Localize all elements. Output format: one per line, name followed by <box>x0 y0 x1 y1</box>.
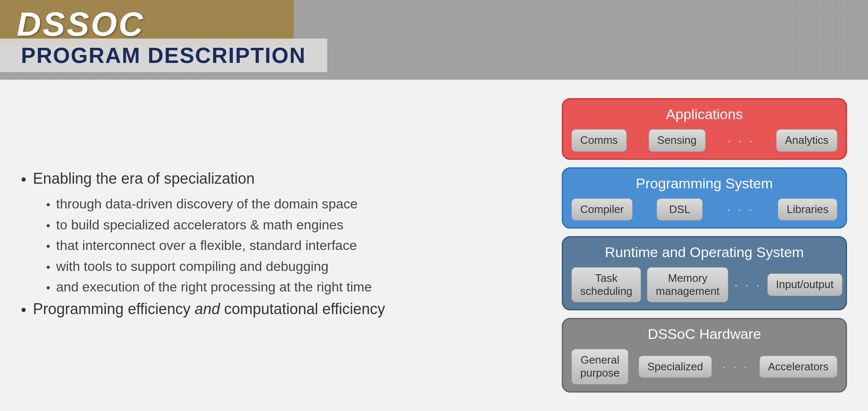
bullet-sub-5: • and execution of the right processing … <box>21 278 528 296</box>
bullet-main-2: • Programming efficiency and computation… <box>21 299 528 320</box>
runtime-title: Runtime and Operating System <box>571 244 837 260</box>
prog-item-dsl: DSL <box>657 198 703 221</box>
bullet-sub-1: • through data-driven discovery of the d… <box>21 195 528 213</box>
programming-title: Programming System <box>571 175 837 192</box>
bullet-sub-4: • with tools to support compiling and de… <box>21 258 528 276</box>
header: DSSOC PROGRAM DESCRIPTION <box>0 0 868 80</box>
hardware-items: Generalpurpose Specialized · · · Acceler… <box>571 349 837 384</box>
applications-title: Applications <box>571 106 837 122</box>
hw-item-specialized: Specialized <box>639 356 712 378</box>
bullet-sub-dot-4: • <box>46 260 50 275</box>
diagram-section: Applications Comms Sensing · · · Analyti… <box>562 96 847 394</box>
bullet-dot-2: • <box>21 300 26 320</box>
runtime-items: Taskscheduling Memorymanagement · · · In… <box>571 267 837 302</box>
bullet-sub-3: • that interconnect over a flexible, sta… <box>21 237 528 255</box>
prog-item-libraries: Libraries <box>778 198 837 221</box>
header-title: DSSOC <box>17 5 145 44</box>
app-item-comms: Comms <box>571 129 627 151</box>
bullet-main-2-text: Programming efficiency and computational… <box>33 299 385 319</box>
bullet-sub-dot-1: • <box>46 197 50 212</box>
bullet-sub-3-text: that interconnect over a flexible, stand… <box>56 237 357 255</box>
bullet-sub-dot-2: • <box>46 218 50 233</box>
app-dots: · · · <box>727 133 754 148</box>
runtime-item-memory-management: Memorymanagement <box>647 267 728 302</box>
header-subtitle-bar: PROGRAM DESCRIPTION <box>0 39 327 72</box>
bullet-main-1: • Enabling the era of specialization <box>21 169 528 190</box>
runtime-box: Runtime and Operating System Taskschedul… <box>562 236 847 310</box>
app-item-analytics: Analytics <box>776 129 837 151</box>
hardware-title: DSSoC Hardware <box>571 326 837 342</box>
bullet-dot-1: • <box>21 170 26 190</box>
bullet-sub-dot-5: • <box>46 280 50 295</box>
bullet-sub-dot-3: • <box>46 239 50 254</box>
applications-items: Comms Sensing · · · Analytics <box>571 129 837 151</box>
slide: DSSOC PROGRAM DESCRIPTION • Enabling the… <box>0 0 868 411</box>
header-subtitle: PROGRAM DESCRIPTION <box>21 43 306 68</box>
bullet-sub-2: • to build specialized accelerators & ma… <box>21 216 528 234</box>
programming-items: Compiler DSL · · · Libraries <box>571 198 837 221</box>
runtime-item-task-scheduling: Taskscheduling <box>571 267 641 302</box>
prog-item-compiler: Compiler <box>571 198 633 221</box>
hardware-box: DSSoC Hardware Generalpurpose Specialize… <box>562 318 847 392</box>
main-content: • Enabling the era of specialization • t… <box>0 80 868 411</box>
bullet-sub-1-text: through data-driven discovery of the dom… <box>56 195 358 213</box>
bullet-main-1-text: Enabling the era of specialization <box>33 169 255 189</box>
bullets-section: • Enabling the era of specialization • t… <box>21 96 528 394</box>
runtime-dots: · · · <box>734 277 761 293</box>
bullet-sub-2-text: to build specialized accelerators & math… <box>56 216 344 234</box>
hw-item-accelerators: Accelerators <box>759 356 838 378</box>
bullet-sub-5-text: and execution of the right processing at… <box>56 278 372 296</box>
programming-box: Programming System Compiler DSL · · · Li… <box>562 167 847 229</box>
prog-dots: · · · <box>727 202 754 217</box>
app-item-sensing: Sensing <box>649 129 706 151</box>
hw-item-general-purpose: Generalpurpose <box>571 349 628 384</box>
runtime-item-io: Input/output <box>767 273 842 296</box>
applications-box: Applications Comms Sensing · · · Analyti… <box>562 98 847 159</box>
hw-dots: · · · <box>722 359 749 375</box>
bullet-sub-4-text: with tools to support compiling and debu… <box>56 258 328 276</box>
